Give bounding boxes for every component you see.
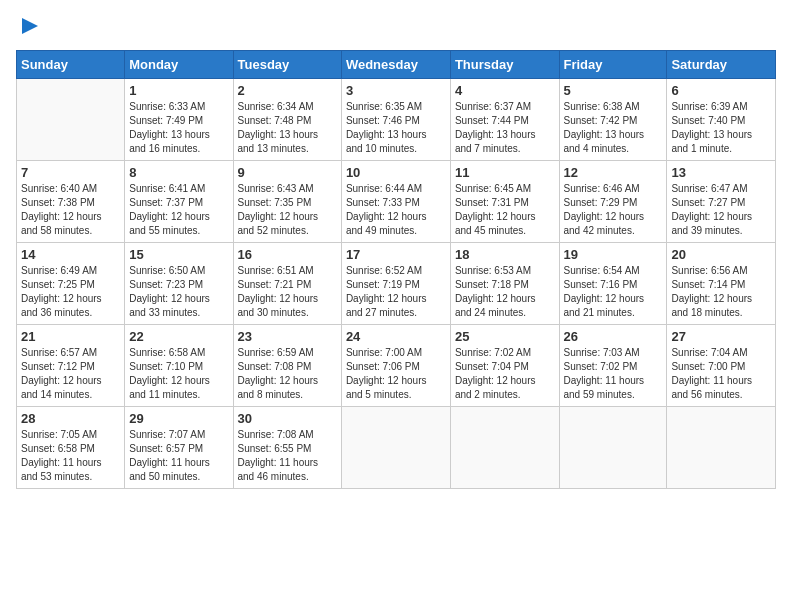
day-number: 1	[129, 83, 228, 98]
day-info: Sunrise: 6:53 AMSunset: 7:18 PMDaylight:…	[455, 264, 555, 320]
day-number: 14	[21, 247, 120, 262]
calendar-cell: 6Sunrise: 6:39 AMSunset: 7:40 PMDaylight…	[667, 79, 776, 161]
day-number: 22	[129, 329, 228, 344]
calendar-cell: 8Sunrise: 6:41 AMSunset: 7:37 PMDaylight…	[125, 161, 233, 243]
day-number: 13	[671, 165, 771, 180]
day-number: 19	[564, 247, 663, 262]
day-number: 12	[564, 165, 663, 180]
calendar-cell: 23Sunrise: 6:59 AMSunset: 7:08 PMDayligh…	[233, 325, 341, 407]
day-info: Sunrise: 6:39 AMSunset: 7:40 PMDaylight:…	[671, 100, 771, 156]
calendar-cell: 11Sunrise: 6:45 AMSunset: 7:31 PMDayligh…	[450, 161, 559, 243]
calendar-cell: 2Sunrise: 6:34 AMSunset: 7:48 PMDaylight…	[233, 79, 341, 161]
calendar-cell	[559, 407, 667, 489]
day-number: 29	[129, 411, 228, 426]
page-header	[16, 16, 776, 40]
day-info: Sunrise: 6:57 AMSunset: 7:12 PMDaylight:…	[21, 346, 120, 402]
logo	[16, 16, 42, 40]
day-number: 2	[238, 83, 337, 98]
calendar-cell: 25Sunrise: 7:02 AMSunset: 7:04 PMDayligh…	[450, 325, 559, 407]
week-row: 28Sunrise: 7:05 AMSunset: 6:58 PMDayligh…	[17, 407, 776, 489]
day-info: Sunrise: 6:41 AMSunset: 7:37 PMDaylight:…	[129, 182, 228, 238]
svg-marker-0	[22, 18, 38, 34]
calendar-cell: 26Sunrise: 7:03 AMSunset: 7:02 PMDayligh…	[559, 325, 667, 407]
calendar-cell: 15Sunrise: 6:50 AMSunset: 7:23 PMDayligh…	[125, 243, 233, 325]
weekday-header: Saturday	[667, 51, 776, 79]
day-info: Sunrise: 6:40 AMSunset: 7:38 PMDaylight:…	[21, 182, 120, 238]
day-info: Sunrise: 6:45 AMSunset: 7:31 PMDaylight:…	[455, 182, 555, 238]
weekday-header: Thursday	[450, 51, 559, 79]
day-number: 4	[455, 83, 555, 98]
day-info: Sunrise: 6:37 AMSunset: 7:44 PMDaylight:…	[455, 100, 555, 156]
day-info: Sunrise: 6:47 AMSunset: 7:27 PMDaylight:…	[671, 182, 771, 238]
calendar-cell: 30Sunrise: 7:08 AMSunset: 6:55 PMDayligh…	[233, 407, 341, 489]
day-number: 11	[455, 165, 555, 180]
calendar-cell: 3Sunrise: 6:35 AMSunset: 7:46 PMDaylight…	[341, 79, 450, 161]
day-info: Sunrise: 7:02 AMSunset: 7:04 PMDaylight:…	[455, 346, 555, 402]
day-number: 26	[564, 329, 663, 344]
day-info: Sunrise: 6:58 AMSunset: 7:10 PMDaylight:…	[129, 346, 228, 402]
day-number: 24	[346, 329, 446, 344]
day-number: 30	[238, 411, 337, 426]
calendar-cell: 17Sunrise: 6:52 AMSunset: 7:19 PMDayligh…	[341, 243, 450, 325]
calendar-cell	[17, 79, 125, 161]
day-info: Sunrise: 6:51 AMSunset: 7:21 PMDaylight:…	[238, 264, 337, 320]
day-info: Sunrise: 6:44 AMSunset: 7:33 PMDaylight:…	[346, 182, 446, 238]
week-row: 7Sunrise: 6:40 AMSunset: 7:38 PMDaylight…	[17, 161, 776, 243]
day-info: Sunrise: 6:35 AMSunset: 7:46 PMDaylight:…	[346, 100, 446, 156]
calendar-cell: 21Sunrise: 6:57 AMSunset: 7:12 PMDayligh…	[17, 325, 125, 407]
calendar-cell: 4Sunrise: 6:37 AMSunset: 7:44 PMDaylight…	[450, 79, 559, 161]
weekday-header: Sunday	[17, 51, 125, 79]
calendar-cell: 12Sunrise: 6:46 AMSunset: 7:29 PMDayligh…	[559, 161, 667, 243]
day-number: 8	[129, 165, 228, 180]
calendar-cell: 5Sunrise: 6:38 AMSunset: 7:42 PMDaylight…	[559, 79, 667, 161]
weekday-header-row: SundayMondayTuesdayWednesdayThursdayFrid…	[17, 51, 776, 79]
day-info: Sunrise: 6:54 AMSunset: 7:16 PMDaylight:…	[564, 264, 663, 320]
calendar-table: SundayMondayTuesdayWednesdayThursdayFrid…	[16, 50, 776, 489]
calendar-cell	[667, 407, 776, 489]
day-number: 21	[21, 329, 120, 344]
day-number: 15	[129, 247, 228, 262]
weekday-header: Wednesday	[341, 51, 450, 79]
calendar-cell: 13Sunrise: 6:47 AMSunset: 7:27 PMDayligh…	[667, 161, 776, 243]
day-number: 17	[346, 247, 446, 262]
calendar-cell	[450, 407, 559, 489]
day-number: 7	[21, 165, 120, 180]
day-info: Sunrise: 6:46 AMSunset: 7:29 PMDaylight:…	[564, 182, 663, 238]
day-info: Sunrise: 6:52 AMSunset: 7:19 PMDaylight:…	[346, 264, 446, 320]
week-row: 21Sunrise: 6:57 AMSunset: 7:12 PMDayligh…	[17, 325, 776, 407]
calendar-cell: 28Sunrise: 7:05 AMSunset: 6:58 PMDayligh…	[17, 407, 125, 489]
day-number: 20	[671, 247, 771, 262]
calendar-cell: 27Sunrise: 7:04 AMSunset: 7:00 PMDayligh…	[667, 325, 776, 407]
calendar-cell: 22Sunrise: 6:58 AMSunset: 7:10 PMDayligh…	[125, 325, 233, 407]
day-number: 25	[455, 329, 555, 344]
day-number: 9	[238, 165, 337, 180]
day-number: 23	[238, 329, 337, 344]
day-number: 16	[238, 247, 337, 262]
day-info: Sunrise: 6:43 AMSunset: 7:35 PMDaylight:…	[238, 182, 337, 238]
weekday-header: Monday	[125, 51, 233, 79]
day-number: 10	[346, 165, 446, 180]
weekday-header: Friday	[559, 51, 667, 79]
day-info: Sunrise: 6:34 AMSunset: 7:48 PMDaylight:…	[238, 100, 337, 156]
weekday-header: Tuesday	[233, 51, 341, 79]
calendar-cell: 16Sunrise: 6:51 AMSunset: 7:21 PMDayligh…	[233, 243, 341, 325]
day-number: 6	[671, 83, 771, 98]
day-info: Sunrise: 6:56 AMSunset: 7:14 PMDaylight:…	[671, 264, 771, 320]
calendar-cell	[341, 407, 450, 489]
calendar-cell: 1Sunrise: 6:33 AMSunset: 7:49 PMDaylight…	[125, 79, 233, 161]
day-number: 3	[346, 83, 446, 98]
week-row: 1Sunrise: 6:33 AMSunset: 7:49 PMDaylight…	[17, 79, 776, 161]
calendar-cell: 18Sunrise: 6:53 AMSunset: 7:18 PMDayligh…	[450, 243, 559, 325]
calendar-cell: 20Sunrise: 6:56 AMSunset: 7:14 PMDayligh…	[667, 243, 776, 325]
day-info: Sunrise: 6:59 AMSunset: 7:08 PMDaylight:…	[238, 346, 337, 402]
calendar-cell: 9Sunrise: 6:43 AMSunset: 7:35 PMDaylight…	[233, 161, 341, 243]
day-number: 27	[671, 329, 771, 344]
day-info: Sunrise: 6:33 AMSunset: 7:49 PMDaylight:…	[129, 100, 228, 156]
calendar-cell: 29Sunrise: 7:07 AMSunset: 6:57 PMDayligh…	[125, 407, 233, 489]
day-info: Sunrise: 6:50 AMSunset: 7:23 PMDaylight:…	[129, 264, 228, 320]
day-info: Sunrise: 7:00 AMSunset: 7:06 PMDaylight:…	[346, 346, 446, 402]
week-row: 14Sunrise: 6:49 AMSunset: 7:25 PMDayligh…	[17, 243, 776, 325]
day-info: Sunrise: 7:07 AMSunset: 6:57 PMDaylight:…	[129, 428, 228, 484]
day-info: Sunrise: 7:08 AMSunset: 6:55 PMDaylight:…	[238, 428, 337, 484]
calendar-cell: 19Sunrise: 6:54 AMSunset: 7:16 PMDayligh…	[559, 243, 667, 325]
